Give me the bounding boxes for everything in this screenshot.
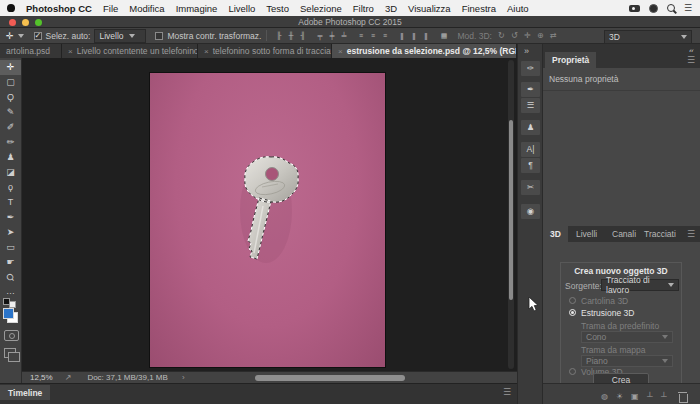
menu-file[interactable]: File — [103, 3, 118, 14]
3d-scale-icon[interactable]: ⇄ — [547, 31, 560, 40]
radio-volume-3d[interactable] — [569, 368, 576, 375]
menu-selezione[interactable]: Selezione — [300, 3, 342, 14]
pen-tool[interactable]: ✒ — [0, 210, 21, 225]
distribute-left-icon[interactable]: ||| — [395, 32, 407, 39]
zoom-level-field[interactable]: 12,5% — [30, 373, 53, 382]
align-center-h-icon[interactable]: ╫ — [284, 32, 296, 39]
paragraph-panel-icon[interactable]: ¶ — [521, 158, 540, 173]
split-extrusion-icon[interactable]: ┴ — [647, 392, 653, 401]
3d-slide-icon[interactable]: ⊕ — [534, 31, 547, 40]
align-top-icon[interactable]: ╤ — [313, 32, 325, 39]
quick-mask-icon[interactable] — [4, 330, 19, 341]
align-middle-icon[interactable]: ╪ — [325, 32, 337, 39]
path-selection-tool[interactable]: ➤ — [0, 225, 21, 240]
source-dropdown[interactable]: Tracciato di lavoro — [601, 279, 679, 291]
spotlight-search-icon[interactable] — [667, 4, 675, 12]
menu-livello[interactable]: Livello — [228, 3, 255, 14]
tab-livelli[interactable]: Livelli — [569, 226, 604, 242]
tab-3d[interactable]: 3D — [543, 226, 568, 242]
eraser-tool[interactable]: ◪ — [0, 165, 21, 180]
add-light-icon[interactable]: ☀ — [616, 392, 623, 401]
export-icon[interactable]: ↗ — [65, 373, 72, 382]
3d-scene-icon[interactable]: ▣ — [631, 392, 639, 401]
panel-menu-icon[interactable]: ☰ — [503, 387, 511, 397]
notification-center-icon[interactable]: ☰ — [684, 3, 692, 13]
screen-record-icon[interactable] — [629, 5, 640, 12]
close-icon[interactable]: × — [204, 47, 209, 56]
align-bottom-icon[interactable]: ╧ — [337, 32, 349, 39]
menu-extra-icon[interactable] — [649, 4, 658, 13]
distribute-right-icon[interactable]: ||| — [419, 32, 431, 39]
auto-select-checkbox[interactable] — [34, 32, 42, 40]
distribute-middle-icon[interactable]: ≡ — [366, 32, 378, 39]
document-image[interactable] — [150, 73, 385, 367]
eyedropper-tool[interactable]: ✐ — [0, 120, 21, 135]
3d-roll-icon[interactable]: ↺ — [508, 31, 521, 40]
auto-select-target-dropdown[interactable]: Livello — [94, 29, 146, 43]
vertical-scrollbar-thumb[interactable] — [509, 120, 513, 300]
3d-pan-icon[interactable]: ✛ — [521, 31, 534, 40]
menu-filtro[interactable]: Filtro — [353, 3, 374, 14]
menu-testo[interactable]: Testo — [266, 3, 289, 14]
document-canvas[interactable] — [22, 58, 517, 371]
screen-mode-icon[interactable] — [4, 348, 16, 358]
menu-finestra[interactable]: Finestra — [462, 3, 496, 14]
workspace-switcher-dropdown[interactable]: 3D — [604, 30, 692, 44]
panel-menu-icon[interactable]: ☰ — [687, 55, 695, 65]
move-tool[interactable]: ✛ — [0, 60, 21, 75]
mesh-icon[interactable]: ◍ — [601, 392, 608, 401]
hand-tool[interactable]: ☛ — [0, 255, 21, 270]
tab-livello-telefonino[interactable]: × Livello contentente un telefonino.psd — [62, 44, 198, 58]
menu-visualizza[interactable]: Visualizza — [408, 3, 451, 14]
tab-cartolina[interactable]: artolina.psd — [0, 44, 62, 58]
radio-cartolina-3d[interactable] — [569, 297, 576, 304]
tab-telefonino-tracciato[interactable]: × telefonino sotto forma di tracciato.ps… — [198, 44, 332, 58]
brush-presets-panel-icon[interactable]: ✒ — [521, 82, 540, 97]
foreground-color-swatch[interactable] — [3, 308, 14, 319]
quick-selection-tool[interactable]: ✎ — [0, 105, 21, 120]
delete-icon[interactable] — [679, 394, 688, 403]
marquee-tool[interactable]: ▢ — [0, 75, 21, 90]
stamp-panel-icon[interactable]: ♟ — [521, 120, 540, 135]
tab-tracciati[interactable]: Tracciati — [637, 226, 683, 242]
3d-orbit-icon[interactable]: ↻ — [495, 31, 508, 40]
align-right-icon[interactable]: ╢ — [296, 32, 308, 39]
menu-immagine[interactable]: Immagine — [176, 3, 218, 14]
menu-aiuto[interactable]: Aiuto — [507, 3, 529, 14]
vertical-scrollbar[interactable] — [508, 60, 514, 369]
menu-modifica[interactable]: Modifica — [129, 3, 164, 14]
distribute-bottom-icon[interactable]: ≡ — [378, 32, 390, 39]
character-panel-icon[interactable]: A| — [521, 142, 540, 157]
panel-menu-icon[interactable]: ☰ — [687, 229, 695, 239]
type-tool[interactable]: T — [0, 195, 21, 210]
status-chevron-icon[interactable]: › — [182, 373, 185, 382]
menu-photoshop[interactable]: Photoshop CC — [26, 3, 92, 14]
brush-settings-panel-icon[interactable]: ✑ — [521, 61, 540, 76]
tab-proprieta[interactable]: Proprietà — [545, 52, 596, 68]
swap-colors-icon[interactable] — [9, 301, 16, 308]
clone-source-panel-icon[interactable]: ☰ — [521, 98, 540, 113]
tab-estrusione-selezione[interactable]: × estrusione da selezione.psd @ 12,5% (R… — [332, 44, 517, 58]
apple-icon[interactable] — [7, 4, 15, 12]
styles-panel-icon[interactable]: ◉ — [521, 204, 540, 219]
distribute-center-icon[interactable]: ||| — [407, 32, 419, 39]
radio-estrusione-3d[interactable] — [569, 309, 576, 316]
close-icon[interactable]: × — [68, 47, 73, 56]
expand-dock-icon[interactable]: » — [524, 46, 529, 56]
distribute-spacing-icon[interactable]: ▦ — [437, 32, 449, 40]
edit-toolbar-button[interactable]: … — [0, 284, 21, 299]
zoom-tool[interactable]: Ϙ — [0, 270, 21, 285]
lasso-tool[interactable]: Ϙ — [0, 90, 21, 105]
tool-presets-panel-icon[interactable]: ✂ — [521, 180, 540, 195]
close-icon[interactable]: × — [338, 47, 343, 56]
align-left-icon[interactable]: ╟ — [272, 32, 284, 39]
clone-stamp-tool[interactable]: ♟ — [0, 150, 21, 165]
tab-timeline[interactable]: Timeline — [0, 385, 50, 400]
distribute-top-icon[interactable]: ≡ — [354, 32, 366, 39]
merge-3d-icon[interactable]: ┴ — [661, 392, 667, 401]
shape-tool[interactable]: ▭ — [0, 240, 21, 255]
menu-3d[interactable]: 3D — [385, 3, 397, 14]
show-transform-controls-checkbox[interactable] — [155, 32, 163, 40]
brush-tool[interactable]: ✏ — [0, 135, 21, 150]
dodge-tool[interactable]: ϙ — [0, 180, 21, 195]
